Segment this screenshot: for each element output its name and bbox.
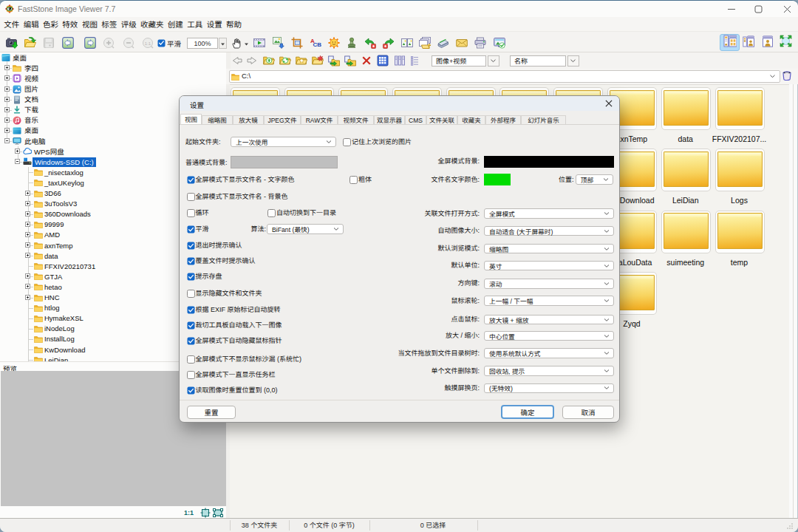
svg-text:1:1: 1:1 bbox=[184, 509, 194, 516]
svg-text:1:1: 1:1 bbox=[145, 41, 151, 46]
svg-text:CB: CB bbox=[313, 41, 321, 48]
